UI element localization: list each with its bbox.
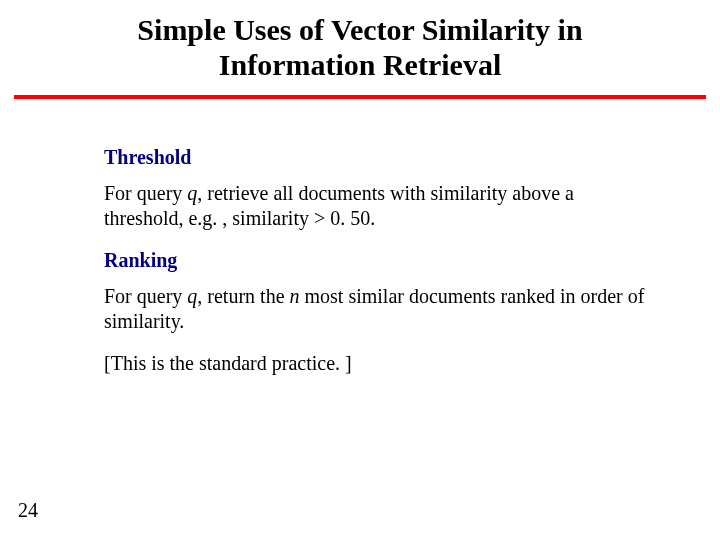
para-ranking: For query q, return the n most similar d… — [104, 284, 650, 333]
slide: Simple Uses of Vector Similarity in Info… — [0, 0, 720, 540]
page-number: 24 — [18, 499, 38, 522]
heading-ranking: Ranking — [104, 248, 650, 272]
text-fragment: For query — [104, 285, 187, 307]
title-line-2: Information Retrieval — [219, 48, 501, 81]
note-standard-practice: [This is the standard practice. ] — [104, 351, 650, 375]
slide-title: Simple Uses of Vector Similarity in Info… — [0, 0, 720, 91]
para-threshold: For query q, retrieve all documents with… — [104, 181, 650, 230]
variable-q: q — [187, 182, 197, 204]
variable-n: n — [290, 285, 300, 307]
text-fragment: , return the — [197, 285, 289, 307]
title-line-1: Simple Uses of Vector Similarity in — [137, 13, 582, 46]
text-fragment: For query — [104, 182, 187, 204]
variable-q: q — [187, 285, 197, 307]
slide-body: Threshold For query q, retrieve all docu… — [0, 99, 720, 376]
heading-threshold: Threshold — [104, 145, 650, 169]
